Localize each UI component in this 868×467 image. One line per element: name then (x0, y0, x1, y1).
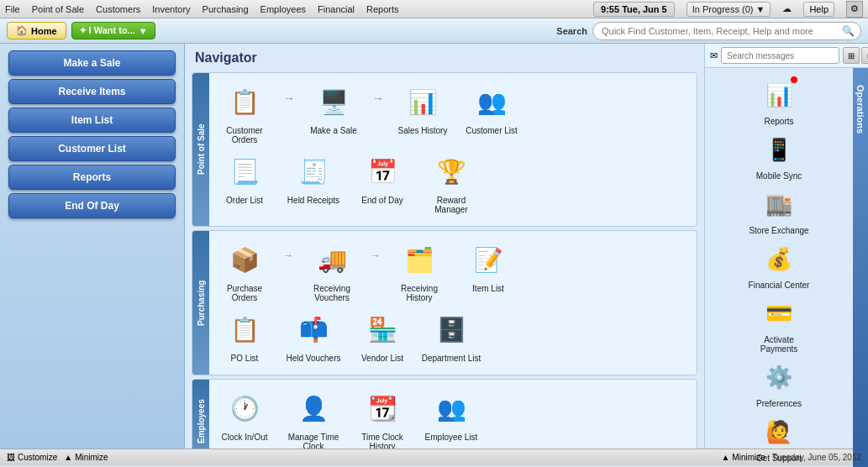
menu-financial[interactable]: Financial (318, 4, 355, 14)
sales-history-icon[interactable]: 📊 Sales History (392, 80, 453, 135)
employees-section-label: Employees (192, 380, 209, 449)
end-of-day-button[interactable]: End Of Day (8, 193, 176, 218)
customer-list-nav-icon[interactable]: 👥 Customer List (461, 80, 522, 135)
manage-time-clock-icon[interactable]: 👤 Manage Time Clock (283, 386, 344, 449)
menu-employees[interactable]: Employees (260, 4, 306, 14)
customize-button[interactable]: 🖼 Customize (7, 453, 57, 462)
clock-in-out-icon-box: 🕐 (223, 386, 266, 430)
department-list-icon[interactable]: 🗄️ Department List (421, 307, 481, 363)
operations-content: 📊 Reports 📱 Mobile Sync 🏬 Store Exchange… (705, 68, 853, 467)
progress-label: In Progress (0) (692, 4, 754, 14)
manage-time-clock-icon-box: 👤 (292, 386, 335, 430)
sales-history-icon-box: 📊 (401, 80, 445, 123)
minimize-right-icon: ▲ (721, 453, 729, 462)
iwant-dropdown-icon: ▼ (139, 26, 148, 36)
end-of-day-nav-icon-box: 📅 (360, 150, 404, 193)
reward-manager-icon[interactable]: 🏆 Reward Manager (421, 150, 481, 214)
ops-preferences-label: Preferences (756, 399, 802, 408)
home-label: Home (31, 26, 57, 36)
customer-list-nav-icon-box: 👥 (470, 80, 513, 123)
po-list-icon[interactable]: 📋 PO List (214, 307, 275, 363)
purchasing-row-1: 📦 Purchase Orders → 🚚 Receiving Vouchers… (214, 238, 692, 302)
employee-list-label: Employee List (425, 433, 478, 442)
ops-store-exchange[interactable]: 🏬 Store Exchange (745, 184, 813, 235)
vendor-list-label: Vendor List (361, 354, 403, 363)
progress-button[interactable]: In Progress (0) ▼ (687, 2, 771, 17)
item-list-button[interactable]: Item List (8, 108, 176, 133)
held-receipts-icon[interactable]: 🧾 Held Receipts (283, 150, 344, 205)
customer-orders-icon[interactable]: 📋 Customer Orders (214, 80, 275, 144)
home-button[interactable]: 🏠 Home (7, 22, 66, 39)
time-clock-history-icon[interactable]: 📆 Time Clock History (352, 386, 413, 449)
right-panel-header: ✉ ⊞ ≡ (705, 44, 868, 68)
minimize-right-label: Minimize (732, 453, 765, 462)
list-view-button[interactable]: ≡ (861, 47, 868, 64)
main-area: Make a Sale Receive Items Item List Cust… (0, 44, 868, 449)
home-icon: 🏠 (16, 25, 28, 36)
customer-orders-icon-box: 📋 (223, 80, 266, 123)
clock-in-out-label: Clock In/Out (221, 433, 267, 442)
reports-button[interactable]: Reports (8, 165, 176, 190)
message-icon: ✉ (710, 50, 718, 61)
po-list-icon-box: 📋 (223, 307, 266, 351)
receiving-vouchers-icon[interactable]: 🚚 Receiving Vouchers (302, 238, 362, 302)
cloud-icon: ☁ (782, 3, 792, 14)
left-sidebar: Make a Sale Receive Items Item List Cust… (0, 44, 185, 449)
toolbar: 🏠 Home ✦ I Want to... ▼ Search 🔍 (0, 18, 868, 44)
receiving-history-label: Receiving History (389, 284, 450, 302)
employee-list-icon[interactable]: 👥 Employee List (421, 386, 481, 442)
settings-icon[interactable]: ⚙ (846, 1, 863, 18)
ops-store-exchange-icon: 🏬 (759, 184, 799, 224)
order-list-icon[interactable]: 📃 Order List (214, 150, 275, 205)
customer-list-button[interactable]: Customer List (8, 136, 176, 161)
menu-reports[interactable]: Reports (366, 4, 399, 14)
search-input[interactable] (592, 22, 861, 40)
employees-row-1: 🕐 Clock In/Out 👤 Manage Time Clock 📆 Tim… (214, 386, 692, 449)
department-list-icon-box: 🗄️ (429, 307, 473, 351)
end-of-day-nav-icon[interactable]: 📅 End of Day (352, 150, 413, 205)
time-clock-history-label: Time Clock History (352, 433, 413, 449)
vendor-list-icon-box: 🏪 (360, 307, 404, 351)
minimize-left-button[interactable]: ▲ Minimize (64, 453, 108, 462)
receiving-history-icon[interactable]: 🗂️ Receiving History (389, 238, 450, 302)
held-vouchers-icon[interactable]: 📫 Held Vouchers (283, 307, 344, 363)
clock-in-out-icon[interactable]: 🕐 Clock In/Out (214, 386, 275, 442)
ops-reports-icon: 📊 (759, 75, 799, 115)
item-list-nav-icon[interactable]: 📝 Item List (458, 238, 518, 293)
grid-view-button[interactable]: ⊞ (843, 47, 860, 64)
menu-pos[interactable]: Point of Sale (32, 4, 84, 14)
ops-financial-center[interactable]: 💰 Financial Center (745, 239, 813, 290)
ops-store-exchange-label: Store Exchange (749, 226, 808, 235)
customize-label: Customize (18, 453, 57, 462)
ops-activate-payments-label: Activate Payments (745, 335, 813, 354)
iwant-label: ✦ I Want to... (79, 25, 135, 36)
receive-items-button[interactable]: Receive Items (8, 79, 176, 104)
operations-tab[interactable]: Operations (853, 68, 868, 467)
menu-customers[interactable]: Customers (96, 4, 140, 14)
ops-financial-center-icon: 💰 (759, 239, 799, 279)
help-button[interactable]: Help (803, 2, 834, 17)
minimize-right-button[interactable]: ▲ Minimize (721, 453, 765, 462)
employee-list-icon-box: 👥 (429, 386, 473, 430)
ops-mobile-sync[interactable]: 📱 Mobile Sync (745, 129, 813, 181)
pos-row-2: 📃 Order List 🧾 Held Receipts 📅 End of Da… (214, 150, 692, 214)
ops-reports-label: Reports (764, 117, 793, 126)
arrow-3: → (283, 238, 293, 261)
clock-display: 9:55 Tue, Jun 5 (593, 2, 675, 17)
iwant-button[interactable]: ✦ I Want to... ▼ (71, 22, 155, 39)
status-right: ▲ Minimize Tuesday, June 05, 2012 (721, 453, 861, 462)
ops-preferences[interactable]: ⚙️ Preferences (745, 357, 813, 408)
ops-reports[interactable]: 📊 Reports (745, 75, 813, 126)
menu-file[interactable]: File (5, 4, 20, 14)
make-sale-nav-icon[interactable]: 🖥️ Make a Sale (303, 80, 364, 135)
make-sale-nav-icon-box: 🖥️ (312, 80, 355, 123)
make-sale-button[interactable]: Make a Sale (8, 50, 176, 76)
message-search-input[interactable] (721, 47, 839, 64)
menu-inventory[interactable]: Inventory (152, 4, 190, 14)
menu-purchasing[interactable]: Purchasing (203, 4, 249, 14)
ops-activate-payments[interactable]: 💳 Activate Payments (745, 293, 813, 354)
purchase-orders-icon[interactable]: 📦 Purchase Orders (214, 238, 275, 302)
reward-manager-icon-box: 🏆 (429, 150, 473, 193)
pos-section-content: 📋 Customer Orders → 🖥️ Make a Sale → 📊 S… (209, 73, 697, 226)
vendor-list-icon[interactable]: 🏪 Vendor List (352, 307, 413, 363)
